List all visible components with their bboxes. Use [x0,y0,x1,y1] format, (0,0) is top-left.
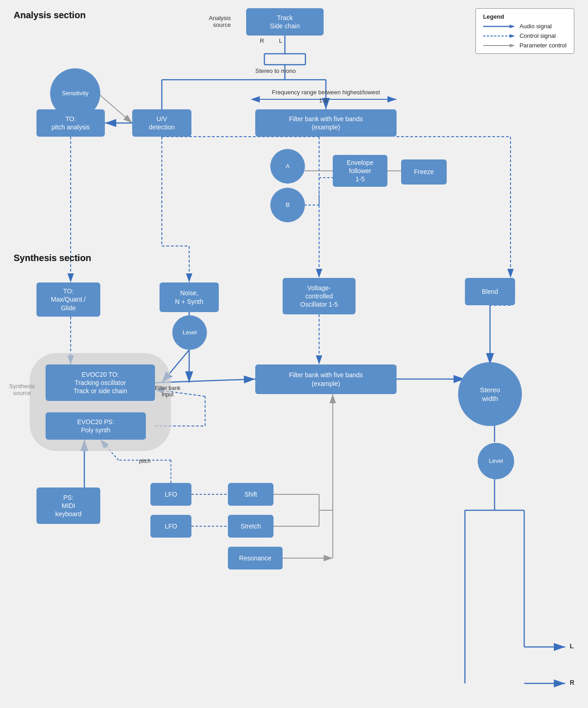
to-max-quant-block[interactable]: TO:Max/Quant./Glide [36,282,100,317]
ps-midi-block[interactable]: PS:MIDIkeyboard [36,487,100,524]
svg-marker-66 [510,34,515,38]
legend-title: Legend [483,13,567,20]
svg-marker-68 [510,44,515,47]
legend-param-label: Parameter control [520,42,567,49]
legend-box: Legend Audio signal Control signal Param… [475,8,574,54]
range-1-5-label: 1-5 [319,97,328,104]
filter-bank-input-label: Filter bankinput [155,385,181,398]
to-pitch-analysis-block[interactable]: TO:pitch analysis [36,109,105,137]
stereo-to-mono-label: Stereo to mono [255,67,296,74]
noise-n-synth-block[interactable]: Noise,N + Synth [160,282,219,312]
filter-bank-bottom-block[interactable]: Filter bank with five bands(example) [255,364,397,394]
circle-a: A [270,149,305,184]
uv-detection-block[interactable]: U/Vdetection [132,109,191,137]
diagram-container: Analysis section Analysissource TrackSid… [0,0,588,708]
lfo1-block[interactable]: LFO [150,483,191,506]
rl-label: R L [260,37,282,44]
level-noise-circle[interactable]: Level [172,315,207,350]
circle-b: B [270,188,305,222]
analysis-title: Analysis section [14,10,86,21]
synthesis-source-label: Synthesissource [9,383,35,396]
evoc20-to-block[interactable]: EVOC20 TO:Tracking oscillatorTrack or si… [46,364,155,401]
legend-control-label: Control signal [520,32,556,39]
stereo-width-circle[interactable]: Stereowidth [458,362,522,426]
voltage-osc-block[interactable]: Voltage-controlledOscillator 1-5 [283,278,356,314]
freq-range-label: Frequency range between highest/lowest [246,89,406,96]
analysis-source-label: Analysissource [209,15,231,28]
legend-audio-label: Audio signal [520,23,552,30]
stretch-block[interactable]: Stretch [228,515,273,538]
shift-block[interactable]: Shift [228,483,273,506]
filter-bank-top-block[interactable]: Filter bank with five bands(example) [255,109,397,137]
envelope-follower-block[interactable]: Envelopefollower1-5 [333,155,387,187]
synthesis-title: Synthesis section [14,253,91,263]
freeze-block[interactable]: Freeze [401,159,447,185]
r-label: R [570,679,574,686]
blend-block[interactable]: Blend [465,278,515,305]
legend-param-row: Parameter control [483,42,567,49]
evoc20-ps-block[interactable]: EVOC20 PS:Poly synth [46,412,146,440]
level-stereo-circle[interactable]: Level [478,443,514,479]
resonance-block[interactable]: Resonance [228,547,283,569]
legend-control-row: Control signal [483,32,567,39]
track-side-chain-block[interactable]: TrackSide chain [246,8,324,36]
pitch-label: pitch [139,458,150,464]
legend-audio-row: Audio signal [483,23,567,30]
l-label: L [570,642,574,650]
svg-marker-64 [510,25,515,28]
lfo2-block[interactable]: LFO [150,515,191,538]
